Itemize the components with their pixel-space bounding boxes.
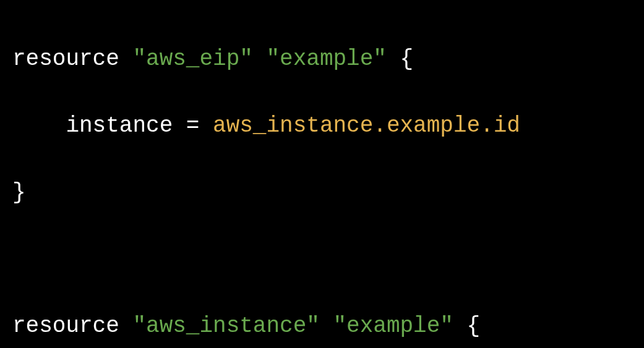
string-aws-instance: "aws_instance" [132, 313, 319, 339]
reference-instance-id: aws_instance.example.id [213, 113, 520, 138]
brace-close: } [12, 180, 26, 205]
attribute-instance: instance [66, 113, 173, 138]
string-example: "example" [333, 313, 453, 339]
code-line-2: instance = aws_instance.example.id [12, 109, 632, 143]
keyword-resource: resource [12, 313, 119, 339]
operator-equals: = [186, 113, 200, 138]
code-line-3: } [12, 176, 632, 210]
brace-open: { [400, 46, 414, 72]
code-line-4 [12, 243, 632, 276]
keyword-resource: resource [12, 46, 119, 72]
string-example: "example" [266, 46, 386, 72]
code-line-5: resource "aws_instance" "example" { [12, 310, 632, 343]
code-line-1: resource "aws_eip" "example" { [12, 43, 632, 76]
brace-open: { [467, 313, 481, 339]
string-aws-eip: "aws_eip" [132, 46, 252, 72]
code-editor: resource "aws_eip" "example" { instance … [12, 9, 632, 348]
